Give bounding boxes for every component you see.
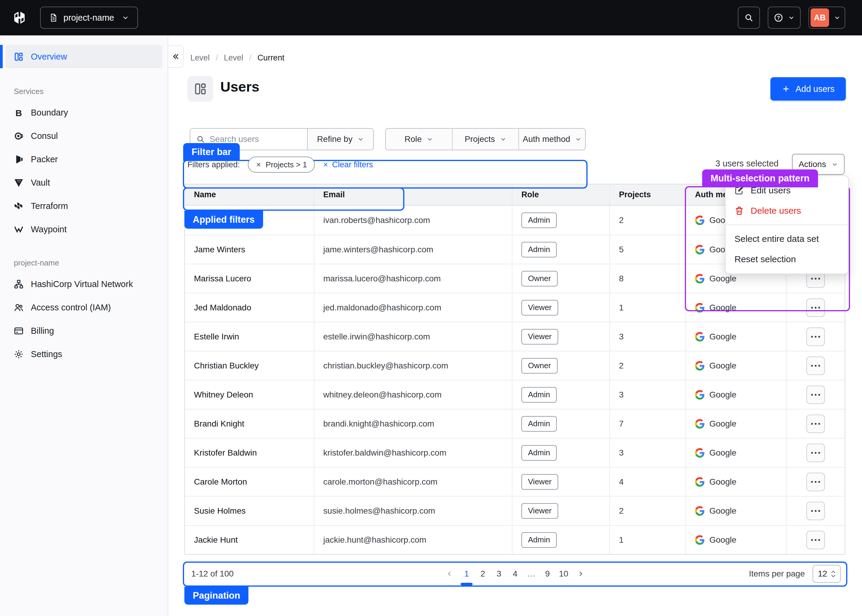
breadcrumb-item[interactable]: Level [190, 53, 210, 63]
user-name: Marissa Lucero [185, 264, 314, 293]
clear-filters-label: Clear filters [332, 160, 373, 170]
pagination-pages: 1 2 3 4 … 9 10 [441, 563, 590, 585]
user-actions-cell [786, 497, 845, 525]
menu-item-select-entire-data-set[interactable]: Select entire data set [725, 229, 848, 249]
sidebar-item-billing[interactable]: Billing [5, 319, 162, 343]
items-per-page-stepper[interactable]: 12 [813, 565, 841, 583]
user-projects-count: 2 [609, 497, 685, 525]
user-projects-count: 3 [609, 322, 685, 351]
help-menu-button[interactable]: ? [768, 6, 801, 29]
google-icon [695, 303, 705, 313]
row-actions-button[interactable] [806, 327, 825, 346]
role-filter-dropdown[interactable]: Role [386, 129, 452, 150]
user-actions-cell [786, 293, 845, 322]
breadcrumb-current: Current [258, 53, 284, 63]
account-menu-button[interactable]: AB [809, 6, 845, 29]
user-auth-cell: Google [685, 293, 786, 322]
sidebar-item-hvn[interactable]: HashiCorp Virtual Network [5, 272, 162, 296]
page-button-3[interactable]: 3 [491, 563, 507, 585]
row-actions-button[interactable] [806, 415, 825, 433]
annotation-filter-bar: Filter bar [183, 143, 240, 161]
menu-item-label: Select entire data set [735, 234, 819, 244]
page-button-10[interactable]: 10 [556, 563, 572, 585]
sidebar-item-vault[interactable]: Vault [5, 171, 162, 194]
users-icon [14, 303, 24, 313]
table-row: Brandi Knight brandi.knight@hashicorp.co… [185, 409, 845, 438]
user-projects-count: 2 [609, 206, 685, 235]
pagination-range: 1-12 of 100 [191, 569, 234, 578]
sidebar-item-settings[interactable]: Settings [5, 343, 162, 366]
row-actions-button[interactable] [806, 357, 825, 375]
sidebar-item-label: Consul [31, 131, 58, 141]
sidebar-item-access-control[interactable]: Access control (IAM) [5, 296, 162, 319]
page-button-9[interactable]: 9 [539, 563, 556, 585]
annotation-applied-filters: Applied filters [184, 211, 263, 229]
search-icon [744, 13, 754, 22]
user-auth-cell: Google [685, 380, 786, 409]
row-actions-button[interactable] [806, 299, 825, 317]
refine-by-dropdown[interactable]: Refine by [308, 128, 374, 150]
page-button-4[interactable]: 4 [507, 563, 523, 585]
sidebar-item-packer[interactable]: Packer [5, 148, 162, 171]
user-email: carole.morton@hashicorp.com [314, 468, 512, 496]
row-actions-button[interactable] [806, 531, 825, 549]
project-switcher[interactable]: project-name [40, 6, 138, 29]
user-auth-method: Google [709, 477, 736, 487]
sidebar-item-overview[interactable]: Overview [5, 45, 162, 68]
clear-filters-link[interactable]: Clear filters [323, 160, 373, 170]
active-page-indicator [461, 583, 473, 586]
user-email: ivan.roberts@hashicorp.com [314, 206, 512, 235]
annotation-pagination: Pagination [184, 587, 248, 605]
menu-item-label: Reset selection [735, 254, 796, 264]
add-users-label: Add users [796, 84, 835, 94]
sidebar-item-boundary[interactable]: B Boundary [5, 101, 162, 124]
sidebar-item-terraform[interactable]: Terraform [5, 194, 162, 218]
auth-method-filter-dropdown[interactable]: Auth method [518, 129, 585, 150]
role-badge: Viewer [521, 503, 558, 519]
global-search-button[interactable] [738, 6, 760, 29]
chevron-down-icon [834, 14, 840, 21]
chevron-down-icon [575, 136, 581, 143]
add-users-button[interactable]: Add users [770, 77, 846, 101]
chevron-down-icon [427, 136, 433, 143]
previous-page-button[interactable] [441, 563, 458, 585]
user-role-cell: Admin [512, 235, 609, 264]
google-icon [695, 274, 705, 283]
sidebar-item-consul[interactable]: Consul [5, 124, 162, 148]
menu-item-reset-selection[interactable]: Reset selection [725, 249, 848, 269]
search-users-input[interactable] [209, 134, 296, 144]
table-row: Whitney Deleon whitney.deleon@hashicorp.… [185, 380, 845, 409]
user-name: Carole Morton [185, 468, 314, 496]
sidebar-item-label: Terraform [31, 201, 68, 211]
user-projects-count: 1 [609, 526, 685, 554]
page-button-1[interactable]: 1 [458, 563, 475, 585]
vault-logo-icon [14, 178, 24, 188]
plus-icon [782, 85, 790, 93]
sidebar-item-waypoint[interactable]: Waypoint [5, 218, 162, 241]
user-role-cell: Admin [512, 526, 609, 554]
role-badge: Admin [521, 387, 557, 402]
row-actions-button[interactable] [806, 502, 825, 520]
table-row: Jackie Hunt jackie.hunt@hashicorp.com Ad… [185, 525, 845, 554]
user-email: estelle.irwin@hashicorp.com [314, 322, 512, 351]
user-auth-method: Google [709, 274, 736, 283]
filter-chip-projects[interactable]: Projects > 1 [248, 157, 315, 173]
terraform-logo-icon [14, 201, 24, 211]
next-page-button[interactable] [572, 563, 590, 585]
row-actions-button[interactable] [806, 385, 825, 404]
page-button-2[interactable]: 2 [475, 563, 491, 585]
row-actions-button[interactable] [806, 473, 825, 491]
pagination-bar: 1-12 of 100 1 2 3 4 … 9 10 Items per pag… [184, 563, 846, 585]
breadcrumb-item[interactable]: Level [224, 53, 243, 63]
filters-applied-label: Filters applied: [187, 160, 240, 170]
projects-filter-dropdown[interactable]: Projects [452, 129, 519, 150]
google-icon [695, 390, 705, 399]
menu-item-delete-users[interactable]: Delete users [725, 201, 848, 221]
role-filter-label: Role [405, 134, 422, 144]
role-badge: Owner [521, 358, 557, 374]
page-title: Users [220, 79, 259, 95]
sidebar-section-project: project-name [14, 258, 154, 267]
user-email: marissa.lucero@hashicorp.com [314, 264, 512, 293]
row-actions-button[interactable] [806, 443, 825, 462]
sidebar-collapse-button[interactable] [168, 46, 184, 68]
